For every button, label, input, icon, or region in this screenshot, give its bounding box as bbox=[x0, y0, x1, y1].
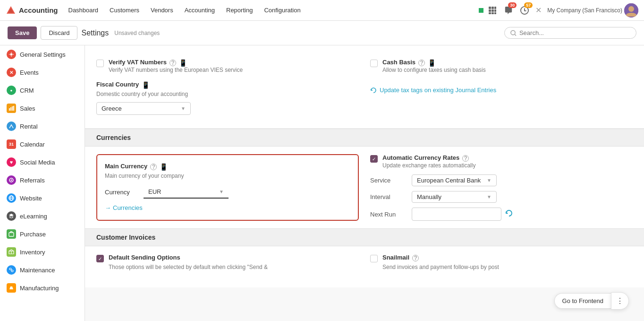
general-settings-icon bbox=[7, 50, 16, 59]
sidebar-label-purchase: Purchase bbox=[20, 231, 46, 238]
app-logo[interactable]: Accounting bbox=[6, 5, 58, 16]
currency-dropdown[interactable]: EUR ▼ bbox=[144, 186, 229, 199]
cash-basis-mobile-icon: 📱 bbox=[428, 59, 436, 67]
sidebar-item-general-settings[interactable]: General Settings bbox=[0, 45, 85, 63]
interval-dropdown[interactable]: Manually ▼ bbox=[412, 191, 497, 203]
cash-basis-checkbox[interactable] bbox=[370, 60, 378, 67]
cash-basis-help-icon[interactable]: ? bbox=[418, 60, 425, 66]
sidebar-item-events[interactable]: ✕ Events bbox=[0, 63, 85, 81]
svg-rect-5 bbox=[489, 9, 491, 12]
currency-select-row: Currency EUR ▼ bbox=[105, 186, 350, 199]
nav-item-accounting[interactable]: Accounting bbox=[180, 5, 220, 16]
currencies-link-label: Currencies bbox=[113, 204, 143, 211]
service-dropdown-arrow: ▼ bbox=[487, 178, 491, 183]
close-icon-btn[interactable]: ✕ bbox=[534, 4, 543, 17]
sidebar-item-inventory[interactable]: Inventory bbox=[0, 243, 85, 261]
sidebar-item-manufacturing[interactable]: Manufacturing bbox=[0, 279, 85, 297]
currency-value: EUR bbox=[148, 188, 161, 195]
auto-rates-checkbox[interactable]: ✓ bbox=[370, 155, 378, 163]
nav-item-reporting[interactable]: Reporting bbox=[221, 5, 257, 16]
chat-icon-btn[interactable]: 30 bbox=[501, 3, 516, 17]
vat-help-icon[interactable]: ? bbox=[169, 60, 176, 66]
service-dropdown[interactable]: European Central Bank ▼ bbox=[412, 174, 497, 186]
events-icon: ✕ bbox=[7, 68, 16, 77]
sidebar-item-calendar[interactable]: 31 Calendar bbox=[0, 135, 85, 153]
update-tax-label: Update tax tags on existing Journal Entr… bbox=[380, 87, 496, 94]
auto-rates-desc: Update exchange rates automatically bbox=[382, 162, 475, 169]
company-name[interactable]: My Company (San Francisco) bbox=[547, 7, 622, 14]
activity-badge: 57 bbox=[524, 2, 533, 8]
next-run-refresh-icon[interactable] bbox=[505, 209, 513, 219]
search-box bbox=[504, 27, 636, 39]
svg-rect-19 bbox=[12, 106, 13, 111]
svg-point-14 bbox=[511, 30, 515, 35]
unsaved-changes-label: Unsaved changes bbox=[114, 30, 160, 36]
sidebar-item-referrals[interactable]: Referrals bbox=[0, 171, 85, 189]
vat-checkbox[interactable] bbox=[96, 60, 104, 67]
fiscal-country-desc: Domestic country of your accounting bbox=[96, 91, 359, 97]
sidebar-label-elearning: eLearning bbox=[20, 213, 47, 220]
currencies-link[interactable]: → Currencies bbox=[105, 204, 350, 211]
svg-rect-26 bbox=[9, 233, 14, 236]
search-input[interactable] bbox=[519, 29, 630, 36]
interval-label: Interval bbox=[370, 193, 408, 200]
activity-icon-btn[interactable]: 57 bbox=[517, 3, 532, 17]
go-to-frontend-button[interactable]: Go to Frontend bbox=[554, 293, 611, 309]
grid-icon-btn[interactable] bbox=[485, 3, 500, 17]
sidebar-label-sales: Sales bbox=[20, 105, 35, 112]
next-run-input[interactable] bbox=[412, 208, 501, 221]
sidebar-label-social-media: Social Media bbox=[20, 159, 55, 166]
sidebar-item-website[interactable]: Website bbox=[0, 189, 85, 207]
fiscal-country-value: Greece bbox=[102, 105, 122, 112]
currency-dropdown-arrow: ▼ bbox=[219, 189, 224, 194]
save-button[interactable]: Save bbox=[8, 26, 37, 39]
sidebar-label-rental: Rental bbox=[20, 123, 38, 130]
sidebar-item-social-media[interactable]: ♥ Social Media bbox=[0, 153, 85, 171]
purchase-icon bbox=[7, 229, 16, 239]
main-currency-help-icon[interactable]: ? bbox=[150, 164, 157, 170]
sidebar-label-events: Events bbox=[20, 69, 39, 76]
snailmail-help-icon[interactable]: ? bbox=[412, 255, 419, 261]
svg-point-30 bbox=[11, 270, 13, 272]
svg-rect-18 bbox=[10, 107, 11, 111]
nav-item-configuration[interactable]: Configuration bbox=[259, 5, 305, 16]
sidebar-item-sales[interactable]: Sales bbox=[0, 99, 85, 117]
update-tax-link[interactable]: Update tax tags on existing Journal Entr… bbox=[370, 87, 633, 94]
go-to-frontend-menu[interactable]: ⋮ bbox=[611, 292, 629, 310]
nav-item-dashboard[interactable]: Dashboard bbox=[64, 5, 103, 16]
currencies-section-header: Currencies bbox=[85, 129, 644, 147]
avatar[interactable] bbox=[624, 3, 638, 17]
default-sending-checkbox[interactable]: ✓ bbox=[96, 255, 104, 262]
sidebar-item-crm[interactable]: ● CRM bbox=[0, 81, 85, 99]
go-to-frontend-container: Go to Frontend ⋮ bbox=[554, 292, 629, 310]
sidebar-item-elearning[interactable]: eLearning bbox=[0, 207, 85, 225]
snailmail-setting: Snailmail ? Send invoices and payment fo… bbox=[370, 254, 633, 270]
svg-rect-3 bbox=[491, 7, 494, 9]
fiscal-country-dropdown[interactable]: Greece ▼ bbox=[96, 102, 191, 115]
sidebar-item-maintenance[interactable]: Maintenance bbox=[0, 261, 85, 279]
svg-line-15 bbox=[515, 34, 516, 35]
snailmail-checkbox[interactable] bbox=[370, 255, 378, 262]
svg-point-29 bbox=[9, 268, 11, 270]
manufacturing-icon bbox=[7, 283, 16, 293]
fiscal-country-section: Fiscal Country 📱 Domestic country of you… bbox=[96, 81, 359, 115]
discard-button[interactable]: Discard bbox=[41, 26, 77, 40]
vat-setting: Verify VAT Numbers ? 📱 Verify VAT number… bbox=[96, 59, 359, 73]
customer-invoices-section: ✓ Default Sending Options Those options … bbox=[85, 246, 644, 287]
nav-item-customers[interactable]: Customers bbox=[105, 5, 144, 16]
crm-icon: ● bbox=[7, 86, 16, 95]
nav-item-vendors[interactable]: Vendors bbox=[146, 5, 178, 16]
auto-rates-help-icon[interactable]: ? bbox=[462, 155, 469, 162]
svg-rect-10 bbox=[494, 12, 496, 14]
main-currency-title: Main Currency bbox=[105, 163, 147, 170]
content-area: Verify VAT Numbers ? 📱 Verify VAT number… bbox=[85, 45, 644, 321]
fiscal-country-label: Fiscal Country bbox=[96, 81, 139, 88]
svg-rect-9 bbox=[491, 12, 494, 14]
main-currency-box: Main Currency ? 📱 Main currency of your … bbox=[96, 154, 359, 221]
svg-rect-2 bbox=[489, 7, 491, 9]
sidebar-item-rental[interactable]: Rental bbox=[0, 117, 85, 135]
svg-rect-6 bbox=[491, 9, 494, 12]
toolbar: Save Discard Settings Unsaved changes bbox=[0, 21, 644, 45]
sidebar-item-purchase[interactable]: Purchase bbox=[0, 225, 85, 243]
auto-rates-title: Automatic Currency Rates bbox=[382, 154, 459, 161]
